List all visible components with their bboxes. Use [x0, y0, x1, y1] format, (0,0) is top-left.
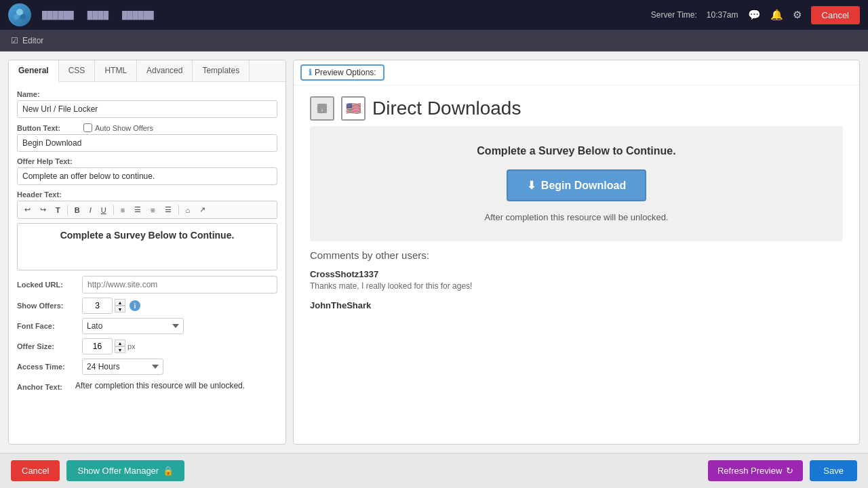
offer-size-spinner: ▲ ▼ px — [82, 338, 136, 354]
toolbar-justify[interactable]: ☰ — [161, 203, 176, 216]
offer-size-down[interactable]: ▼ — [115, 346, 125, 353]
anchor-text-value: After completion this resource will be u… — [75, 380, 245, 392]
begin-download-label: Begin Download — [541, 180, 626, 192]
show-offers-up[interactable]: ▲ — [115, 299, 125, 306]
show-offer-manager-label: Show Offer Manager — [77, 466, 159, 476]
download-icon: ↓ — [316, 102, 328, 115]
refresh-icon: ↻ — [786, 466, 793, 476]
preview-options-label: Preview Options: — [315, 68, 376, 77]
toolbar-sep-3 — [178, 205, 179, 215]
show-offers-spinner: ▲ ▼ — [82, 298, 125, 314]
editor-label-text: Editor — [22, 36, 43, 45]
flag-icon: 🇺🇸 — [346, 101, 361, 116]
toolbar-redo[interactable]: ↪ — [36, 203, 50, 216]
preview-options-bar: ℹ Preview Options: — [294, 60, 859, 85]
left-panel-body: Name: Button Text: Auto Show Offers Offe… — [9, 82, 285, 444]
topbar-left: ██████ ████ ██████ — [8, 3, 159, 26]
tab-html[interactable]: HTML — [95, 60, 137, 81]
show-offers-label: Show Offers: — [17, 302, 78, 310]
show-offers-info-icon[interactable]: i — [130, 300, 140, 311]
svg-point-2 — [20, 14, 26, 20]
name-label: Name: — [17, 90, 277, 98]
auto-show-offers-label: Auto Show Offers — [95, 124, 153, 132]
left-panel: General CSS HTML Advanced Templates Name… — [8, 60, 286, 445]
nav-item-2[interactable]: ████ — [82, 8, 114, 22]
name-input[interactable] — [17, 100, 277, 118]
topbar-icons: 💬 🔔 ⚙ — [748, 9, 802, 21]
comments-section: Comments by other users: CrossShotz1337 … — [303, 249, 850, 310]
toolbar-sep-1 — [67, 205, 68, 215]
toolbar-more[interactable]: ⌂ — [182, 204, 195, 216]
tabs-row: General CSS HTML Advanced Templates — [9, 60, 285, 82]
nav-item-3[interactable]: ██████ — [117, 8, 159, 22]
toolbar-underline[interactable]: U — [97, 204, 111, 216]
tab-general[interactable]: General — [9, 60, 59, 82]
toolbar-undo[interactable]: ↩ — [20, 203, 35, 216]
topbar-nav: ██████ ████ ██████ — [37, 8, 159, 22]
locked-url-input[interactable] — [82, 276, 277, 293]
show-offers-input[interactable] — [82, 298, 113, 314]
right-panel: ℹ Preview Options: ↓ 🇺🇸 Direct Downloads — [293, 60, 860, 445]
header-text-label: Header Text: — [17, 190, 277, 199]
font-face-select[interactable]: Lato Arial Times New Roman — [82, 318, 184, 334]
font-face-row: Font Face: Lato Arial Times New Roman — [17, 318, 277, 334]
editor-label-bar: ☑ Editor — [0, 30, 868, 52]
chat-icon[interactable]: 💬 — [748, 9, 761, 21]
begin-download-button[interactable]: ⬇ Begin Download — [507, 169, 646, 201]
bottom-left: Cancel Show Offer Manager 🔒 — [11, 460, 184, 481]
button-text-label: Button Text: — [17, 124, 78, 132]
survey-box: Complete a Survey Below to Continue. ⬇ B… — [310, 126, 843, 241]
right-panel-scroll[interactable]: ↓ 🇺🇸 Direct Downloads Complete a Survey … — [294, 85, 859, 444]
offer-size-spinners: ▲ ▼ — [115, 340, 125, 353]
toolbar-text[interactable]: T — [52, 204, 64, 216]
access-time-select[interactable]: 24 Hours 48 Hours 72 Hours 1 Week — [82, 359, 163, 375]
toolbar-align-left[interactable]: ≡ — [117, 204, 129, 216]
tab-css[interactable]: CSS — [59, 60, 96, 81]
comment-text-0: Thanks mate, I really looked for this fo… — [310, 281, 843, 291]
refresh-preview-label: Refresh Preview — [717, 466, 782, 476]
nav-item-1[interactable]: ██████ — [37, 8, 79, 22]
app-logo — [8, 3, 31, 26]
comment-block-0: CrossShotz1337 Thanks mate, I really loo… — [310, 269, 843, 291]
button-text-input[interactable] — [17, 134, 277, 152]
offer-help-text-input[interactable] — [17, 167, 277, 185]
tab-templates[interactable]: Templates — [193, 60, 250, 81]
preview-options-button[interactable]: ℹ Preview Options: — [300, 64, 384, 81]
show-offers-row: Show Offers: ▲ ▼ i — [17, 298, 277, 314]
preview-title: Direct Downloads — [372, 98, 521, 119]
editor-toolbar: ↩ ↪ T B I U ≡ ☰ ≡ ☰ ⌂ ↗ — [17, 201, 277, 219]
show-offer-manager-button[interactable]: Show Offer Manager 🔒 — [66, 460, 184, 481]
bell-icon[interactable]: 🔔 — [770, 9, 783, 21]
download-icon-box: ↓ — [310, 96, 334, 121]
access-time-label: Access Time: — [17, 363, 78, 371]
offer-size-unit: px — [127, 342, 136, 350]
comment-block-1: JohnTheShark — [310, 300, 843, 310]
toolbar-bold[interactable]: B — [71, 204, 84, 216]
survey-heading: Complete a Survey Below to Continue. — [323, 145, 829, 157]
offer-manager-icon: 🔒 — [163, 466, 174, 476]
toolbar-align-center[interactable]: ☰ — [130, 203, 145, 216]
tab-advanced[interactable]: Advanced — [137, 60, 193, 81]
flag-icon-box: 🇺🇸 — [341, 96, 366, 121]
settings-icon[interactable]: ⚙ — [793, 9, 802, 21]
server-time-value: 10:37am — [707, 10, 738, 20]
show-offers-down[interactable]: ▼ — [115, 306, 125, 312]
toolbar-align-right[interactable]: ≡ — [146, 204, 159, 216]
offer-size-input[interactable] — [82, 338, 113, 354]
toolbar-sep-2 — [113, 205, 114, 215]
toolbar-italic[interactable]: I — [85, 204, 96, 216]
after-completion-text: After completion this resource will be u… — [323, 212, 829, 222]
offer-size-up[interactable]: ▲ — [115, 340, 125, 346]
refresh-preview-button[interactable]: Refresh Preview ↻ — [708, 460, 803, 481]
toolbar-link[interactable]: ↗ — [195, 203, 210, 216]
cancel-button[interactable]: Cancel — [11, 460, 60, 481]
save-button[interactable]: Save — [810, 460, 857, 481]
auto-show-offers-checkbox[interactable] — [83, 123, 92, 132]
anchor-text-label: Anchor Text: — [17, 383, 71, 391]
svg-text:↓: ↓ — [321, 106, 324, 113]
offer-size-row: Offer Size: ▲ ▼ px — [17, 338, 277, 354]
top-cancel-button[interactable]: Cancel — [811, 6, 860, 24]
preview-title-row: ↓ 🇺🇸 Direct Downloads — [303, 92, 850, 126]
server-time-label: Server Time: — [651, 10, 697, 20]
comment-username-0: CrossShotz1337 — [310, 269, 843, 279]
